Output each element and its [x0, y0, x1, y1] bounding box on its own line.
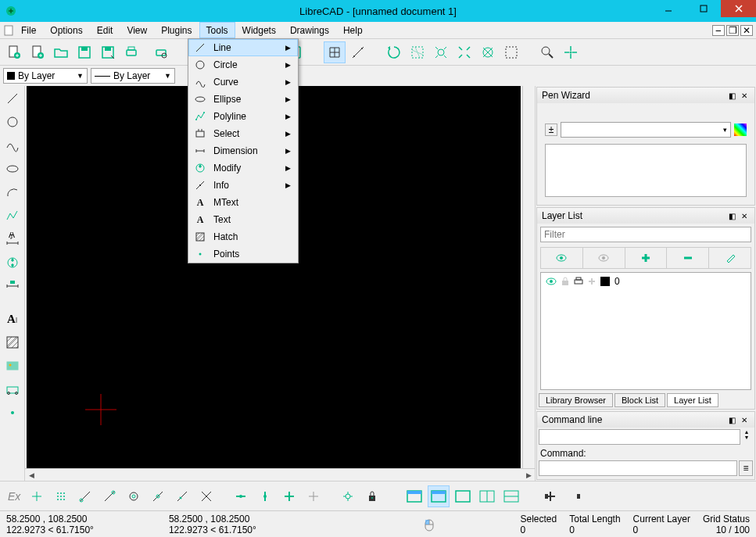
save-as-button[interactable] — [97, 41, 119, 63]
eye-icon[interactable] — [546, 277, 557, 285]
pen-add-button[interactable]: ± — [545, 124, 557, 136]
zoom-redraw-button[interactable] — [383, 41, 405, 63]
maximize-button[interactable] — [686, 0, 721, 17]
menu-file[interactable]: File — [14, 22, 43, 38]
tool-line[interactable] — [3, 89, 22, 108]
history-up-icon[interactable]: ▲ — [740, 429, 753, 435]
tool-mtext[interactable]: A| — [3, 310, 22, 328]
window-arrange-button[interactable] — [452, 485, 474, 507]
zoom-auto-button[interactable] — [453, 41, 475, 63]
scrollbar-horizontal[interactable]: ◀▶ — [25, 468, 535, 481]
zoom-extents-button[interactable] — [560, 41, 582, 63]
menu-drawings[interactable]: Drawings — [283, 22, 336, 38]
tool-hatch[interactable] — [3, 333, 22, 352]
window-tile-button[interactable] — [403, 485, 425, 507]
tool-ellipse[interactable] — [3, 159, 22, 178]
undock-icon[interactable]: ◧ — [726, 90, 737, 101]
close-panel-icon[interactable]: ✕ — [739, 414, 750, 425]
snap-distance-button[interactable] — [171, 485, 193, 507]
menu-options[interactable]: Options — [43, 22, 89, 38]
layer-remove-button[interactable] — [667, 248, 709, 268]
tool-point[interactable] — [3, 403, 22, 422]
scrollbar-vertical[interactable] — [522, 86, 535, 468]
mdi-minimize-button[interactable]: ‒ — [712, 25, 725, 36]
snap-on-entity-button[interactable] — [99, 485, 120, 507]
layer-filter-input[interactable] — [540, 227, 751, 242]
layer-edit-button[interactable] — [709, 248, 751, 268]
tools-modify[interactable]: Modify▶ — [188, 159, 298, 177]
grid-toggle-button[interactable] — [324, 41, 346, 63]
tool-image[interactable] — [3, 356, 22, 375]
tools-text[interactable]: AText — [188, 211, 298, 228]
tool-polyline[interactable] — [3, 206, 22, 225]
tools-line[interactable]: Line▶ — [188, 39, 298, 56]
layer-hide-all-button[interactable] — [583, 248, 625, 268]
menu-plugins[interactable]: Plugins — [154, 22, 199, 38]
command-history[interactable] — [539, 429, 740, 445]
snap-free-button[interactable] — [26, 485, 48, 507]
history-down-icon[interactable]: ▼ — [740, 435, 753, 440]
new-file-button[interactable] — [3, 41, 25, 63]
mdi-restore-button[interactable]: ❐ — [726, 25, 739, 36]
tool-modify[interactable] — [3, 253, 22, 272]
command-input[interactable] — [539, 460, 737, 476]
draft-mode-button[interactable] — [347, 41, 369, 63]
tools-circle[interactable]: Circle▶ — [188, 56, 298, 73]
menu-help[interactable]: Help — [336, 22, 370, 38]
new-template-button[interactable] — [27, 41, 48, 63]
menu-edit[interactable]: Edit — [90, 22, 120, 38]
open-button[interactable] — [50, 41, 72, 63]
relative-zero-button[interactable] — [337, 485, 359, 507]
layer-list[interactable]: 0 — [540, 272, 751, 390]
layer-row[interactable]: 0 — [541, 273, 751, 290]
tab-layers[interactable]: Layer List — [667, 393, 718, 407]
snap-middle-button[interactable] — [147, 485, 169, 507]
close-button[interactable] — [721, 0, 756, 17]
restrict-ortho-button[interactable] — [278, 485, 300, 507]
layer-add-button[interactable] — [625, 248, 668, 268]
menu-tools[interactable]: Tools — [199, 22, 235, 38]
restrict-vertical-button[interactable] — [254, 485, 276, 507]
snap-endpoint-button[interactable] — [74, 485, 96, 507]
color-picker-icon[interactable] — [734, 124, 747, 136]
tab-library[interactable]: Library Browser — [539, 393, 613, 407]
linetype-combo[interactable]: By Layer ▼ — [91, 68, 175, 84]
lock-relative-zero-button[interactable] — [361, 485, 383, 507]
ex-snap-label[interactable]: Ex — [5, 490, 23, 503]
tools-hatch[interactable]: Hatch — [188, 228, 298, 245]
zoom-previous-button[interactable] — [477, 41, 499, 63]
restrict-horizontal-button[interactable] — [230, 485, 252, 507]
print-button[interactable] — [120, 41, 142, 63]
tools-polyline[interactable]: Polyline▶ — [188, 108, 298, 125]
zoom-pan-button[interactable] — [536, 41, 558, 63]
add-custom-1-button[interactable] — [539, 485, 561, 507]
close-panel-icon[interactable]: ✕ — [739, 90, 750, 101]
undock-icon[interactable]: ◧ — [726, 210, 737, 221]
snap-grid-button[interactable] — [50, 485, 72, 507]
window-cascade-button[interactable] — [428, 485, 450, 507]
tool-block[interactable] — [3, 380, 22, 399]
tools-mtext[interactable]: AMText — [188, 194, 298, 211]
pen-color-combo[interactable]: ▾ — [561, 122, 731, 138]
tool-measure[interactable] — [3, 277, 22, 295]
tool-circle[interactable] — [3, 113, 22, 131]
command-options-button[interactable]: ≡ — [739, 460, 753, 476]
tools-select[interactable]: Select▶ — [188, 125, 298, 142]
tools-info[interactable]: Info▶ — [188, 177, 298, 194]
print-icon[interactable] — [574, 277, 583, 286]
restrict-nothing-button[interactable] — [303, 485, 324, 507]
color-combo[interactable]: By Layer ▼ — [3, 68, 88, 84]
add-custom-2-button[interactable] — [564, 485, 586, 507]
layer-show-all-button[interactable] — [541, 248, 583, 268]
menu-view[interactable]: View — [120, 22, 154, 38]
tools-dimension[interactable]: Dimension▶ — [188, 142, 298, 159]
print-preview-button[interactable] — [150, 41, 172, 63]
snap-intersection-button[interactable] — [195, 485, 217, 507]
tool-arc[interactable] — [3, 183, 22, 202]
zoom-out-button[interactable] — [430, 41, 452, 63]
close-panel-icon[interactable]: ✕ — [739, 210, 750, 221]
lock-icon[interactable] — [561, 277, 569, 286]
minimize-button[interactable] — [650, 0, 686, 17]
tools-points[interactable]: Points — [188, 245, 298, 263]
tools-curve[interactable]: Curve▶ — [188, 73, 298, 91]
